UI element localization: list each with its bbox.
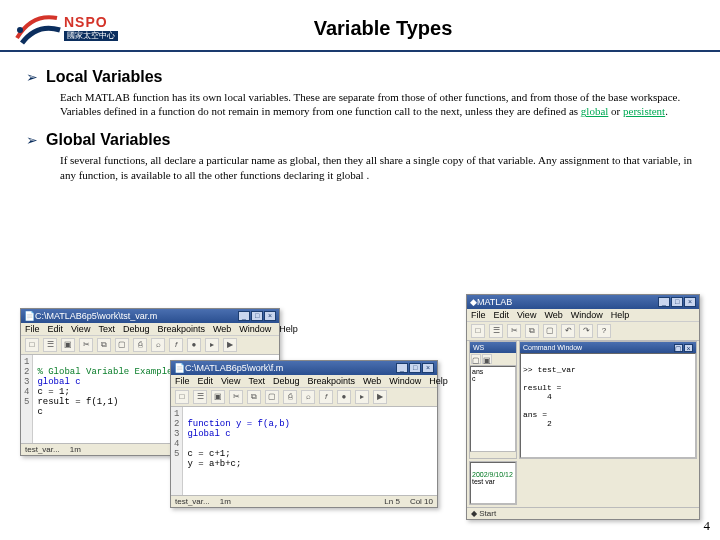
- run-icon[interactable]: ▶: [373, 390, 387, 404]
- menu-window[interactable]: Window: [571, 310, 603, 320]
- menubar[interactable]: FileEditViewTextDebugBreakpointsWebWindo…: [171, 375, 437, 388]
- logo-acronym: NSPO: [64, 15, 118, 29]
- matlab-icon: ◆: [470, 297, 477, 307]
- menu-breakpoints[interactable]: Breakpoints: [157, 324, 205, 334]
- titlebar[interactable]: 📄 C:\MATLAB6p5\work\tst_var.m _ □ ×: [21, 309, 279, 323]
- minimize-button[interactable]: _: [658, 297, 670, 307]
- titlebar[interactable]: 📄 C:\MATLAB6p5\work\f.m _ □ ×: [171, 361, 437, 375]
- maximize-button[interactable]: □: [671, 297, 683, 307]
- maximize-button[interactable]: □: [251, 311, 263, 321]
- fx-icon[interactable]: f: [319, 390, 333, 404]
- step-icon[interactable]: ▸: [355, 390, 369, 404]
- print-icon[interactable]: ⎙: [133, 338, 147, 352]
- command-window[interactable]: Command Window ▢ × >> test_var result = …: [519, 341, 697, 459]
- copy-icon[interactable]: ⧉: [247, 390, 261, 404]
- menubar[interactable]: FileEditViewTextDebugBreakpointsWebWindo…: [21, 323, 279, 336]
- svg-point-0: [17, 27, 23, 33]
- titlebar[interactable]: ◆ MATLAB _ □ ×: [467, 295, 699, 309]
- menu-edit[interactable]: Edit: [494, 310, 510, 320]
- minimize-button[interactable]: _: [238, 311, 250, 321]
- find-icon[interactable]: ⌕: [301, 390, 315, 404]
- logo-swoosh-icon: [12, 8, 62, 48]
- start-button[interactable]: ◆ Start: [471, 509, 496, 518]
- menu-view[interactable]: View: [71, 324, 90, 334]
- page-title: Variable Types: [118, 17, 708, 40]
- open-icon[interactable]: ☰: [489, 324, 503, 338]
- menu-help[interactable]: Help: [429, 376, 448, 386]
- menu-view[interactable]: View: [517, 310, 536, 320]
- menu-help[interactable]: Help: [611, 310, 630, 320]
- fx-icon[interactable]: f: [169, 338, 183, 352]
- close-button[interactable]: ×: [264, 311, 276, 321]
- help-icon[interactable]: ?: [597, 324, 611, 338]
- run-icon[interactable]: ▶: [223, 338, 237, 352]
- menu-debug[interactable]: Debug: [273, 376, 300, 386]
- menu-file[interactable]: File: [471, 310, 486, 320]
- editor-window-2: 📄 C:\MATLAB6p5\work\f.m _ □ × FileEditVi…: [170, 360, 438, 508]
- close-button[interactable]: ×: [684, 344, 693, 352]
- window-title: C:\MATLAB6p5\work\tst_var.m: [35, 311, 238, 321]
- menu-text[interactable]: Text: [248, 376, 265, 386]
- menu-window[interactable]: Window: [239, 324, 271, 334]
- menu-edit[interactable]: Edit: [198, 376, 214, 386]
- cut-icon[interactable]: ✂: [79, 338, 93, 352]
- minimize-button[interactable]: _: [396, 363, 408, 373]
- cut-icon[interactable]: ✂: [507, 324, 521, 338]
- workspace-pane[interactable]: WS ▢ ▣ ans c: [469, 341, 517, 459]
- paste-icon[interactable]: ▢: [265, 390, 279, 404]
- ws-save-icon[interactable]: ▣: [482, 354, 492, 364]
- ws-var-c[interactable]: c: [472, 375, 514, 382]
- close-button[interactable]: ×: [422, 363, 434, 373]
- toolbar: □ ☰ ▣ ✂ ⧉ ▢ ⎙ ⌕ f ● ▸ ▶: [171, 388, 437, 407]
- code-editor[interactable]: 1 2 3 4 5 function y = f(a,b) global c c…: [171, 407, 437, 495]
- menubar[interactable]: FileEditViewWebWindowHelp: [467, 309, 699, 322]
- paste-icon[interactable]: ▢: [115, 338, 129, 352]
- new-icon[interactable]: □: [25, 338, 39, 352]
- undo-icon[interactable]: ↶: [561, 324, 575, 338]
- ws-open-icon[interactable]: ▢: [471, 354, 481, 364]
- section-body: Each MATLAB function has its own local v…: [60, 90, 694, 120]
- paste-icon[interactable]: ▢: [543, 324, 557, 338]
- maximize-button[interactable]: □: [409, 363, 421, 373]
- menu-web[interactable]: Web: [544, 310, 562, 320]
- new-icon[interactable]: □: [175, 390, 189, 404]
- breakpoint-icon[interactable]: ●: [337, 390, 351, 404]
- menu-web[interactable]: Web: [363, 376, 381, 386]
- menu-window[interactable]: Window: [389, 376, 421, 386]
- menu-debug[interactable]: Debug: [123, 324, 150, 334]
- redo-icon[interactable]: ↷: [579, 324, 593, 338]
- print-icon[interactable]: ⎙: [283, 390, 297, 404]
- logo-subtext: 國家太空中心: [64, 31, 118, 41]
- app-icon: 📄: [174, 363, 185, 373]
- save-icon[interactable]: ▣: [61, 338, 75, 352]
- cut-icon[interactable]: ✂: [229, 390, 243, 404]
- step-icon[interactable]: ▸: [205, 338, 219, 352]
- menu-web[interactable]: Web: [213, 324, 231, 334]
- copy-icon[interactable]: ⧉: [525, 324, 539, 338]
- copy-icon[interactable]: ⧉: [97, 338, 111, 352]
- menu-breakpoints[interactable]: Breakpoints: [307, 376, 355, 386]
- menu-help[interactable]: Help: [279, 324, 298, 334]
- section-global: ➢ Global Variables If several functions,…: [26, 129, 694, 182]
- undock-button[interactable]: ▢: [674, 344, 683, 352]
- screenshot-area: 📄 C:\MATLAB6p5\work\tst_var.m _ □ × File…: [20, 294, 700, 524]
- logo: NSPO 國家太空中心: [12, 8, 118, 48]
- menu-file[interactable]: File: [175, 376, 190, 386]
- toolbar: □ ☰ ✂ ⧉ ▢ ↶ ↷ ?: [467, 322, 699, 341]
- ws-var-ans[interactable]: ans: [472, 368, 514, 375]
- menu-view[interactable]: View: [221, 376, 240, 386]
- menu-text[interactable]: Text: [98, 324, 115, 334]
- breakpoint-icon[interactable]: ●: [187, 338, 201, 352]
- close-button[interactable]: ×: [684, 297, 696, 307]
- open-icon[interactable]: ☰: [43, 338, 57, 352]
- menu-file[interactable]: File: [25, 324, 40, 334]
- menu-edit[interactable]: Edit: [48, 324, 64, 334]
- save-icon[interactable]: ▣: [211, 390, 225, 404]
- find-icon[interactable]: ⌕: [151, 338, 165, 352]
- kw-global: global: [581, 105, 609, 117]
- open-icon[interactable]: ☰: [193, 390, 207, 404]
- history-pane[interactable]: 2002/9/10/12 test var: [469, 461, 517, 505]
- bullet-icon: ➢: [26, 131, 38, 150]
- page-number: 4: [704, 518, 711, 534]
- new-icon[interactable]: □: [471, 324, 485, 338]
